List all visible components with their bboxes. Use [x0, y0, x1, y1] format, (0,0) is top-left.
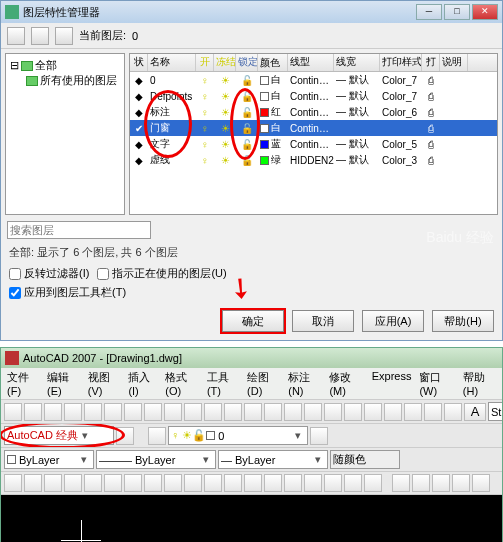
layer-row[interactable]: ◆0♀☀🔓白Contin…— 默认Color_7⎙ [130, 72, 497, 88]
dc-icon[interactable] [344, 403, 362, 421]
revcloud-icon[interactable] [144, 474, 162, 492]
linetype-combo[interactable]: ———ByLayer▾ [96, 450, 216, 469]
col-freeze[interactable]: 冻结 [214, 54, 236, 71]
cut-icon[interactable] [124, 403, 142, 421]
menu-item[interactable]: 格式(O) [165, 370, 199, 397]
col-name[interactable]: 名称 [148, 54, 196, 71]
maximize-button[interactable]: □ [444, 4, 470, 20]
menu-item[interactable]: 插入(I) [128, 370, 157, 397]
publish-icon[interactable] [104, 403, 122, 421]
col-plotstyle[interactable]: 打印样式 [380, 54, 422, 71]
menu-item[interactable]: 工具(T) [207, 370, 239, 397]
spline-icon[interactable] [164, 474, 182, 492]
hatch-icon[interactable] [284, 474, 302, 492]
region-icon[interactable] [324, 474, 342, 492]
workspace-combo[interactable]: AutoCAD 经典▾ [4, 426, 114, 445]
match-icon[interactable] [184, 403, 202, 421]
ellipse-icon[interactable] [184, 474, 202, 492]
layer-row[interactable]: ◆虚线♀☀🔓绿HIDDEN2— 默认Color_3⎙ [130, 152, 497, 168]
new-icon[interactable] [4, 403, 22, 421]
circle-icon[interactable] [124, 474, 142, 492]
invert-filter-checkbox[interactable]: 反转过滤器(I) [9, 266, 89, 281]
id-icon[interactable] [472, 474, 490, 492]
zoom-window-icon[interactable] [284, 403, 302, 421]
menu-item[interactable]: 编辑(E) [47, 370, 80, 397]
workspace-settings-icon[interactable] [116, 427, 134, 445]
col-color[interactable]: 颜色 [258, 54, 288, 71]
menu-item[interactable]: 绘图(D) [247, 370, 280, 397]
style-combo[interactable]: Standar [488, 402, 502, 421]
rectangle-icon[interactable] [84, 474, 102, 492]
drawing-viewport[interactable]: Baidu 经验 [1, 495, 502, 542]
pan-icon[interactable] [244, 403, 262, 421]
layer-row[interactable]: ◆标注♀☀🔓红Contin…— 默认Color_6⎙ [130, 104, 497, 120]
gradient-icon[interactable] [304, 474, 322, 492]
area-icon[interactable] [412, 474, 430, 492]
menu-item[interactable]: Express [372, 370, 412, 397]
plotstyle-combo[interactable]: 随颜色 [330, 450, 400, 469]
layer-prev-icon[interactable] [310, 427, 328, 445]
save-icon[interactable] [44, 403, 62, 421]
col-linetype[interactable]: 线型 [288, 54, 334, 71]
table-icon[interactable] [344, 474, 362, 492]
layer-grid[interactable]: 状 名称 开 冻结 锁定 颜色 线型 线宽 打印样式 打 说明 ◆0♀☀🔓白Co… [129, 53, 498, 215]
zoom-prev-icon[interactable] [304, 403, 322, 421]
region-mass-icon[interactable] [432, 474, 450, 492]
pline-icon[interactable] [44, 474, 62, 492]
menu-item[interactable]: 视图(V) [88, 370, 121, 397]
col-desc[interactable]: 说明 [440, 54, 468, 71]
block-icon[interactable] [244, 474, 262, 492]
paste-icon[interactable] [164, 403, 182, 421]
list-icon[interactable] [452, 474, 470, 492]
layer-row[interactable]: ◆Defpoints♀☀🔓白Contin…— 默认Color_7⎙ [130, 88, 497, 104]
textstyle-icon[interactable]: A [464, 403, 486, 421]
arc-icon[interactable] [104, 474, 122, 492]
layer-row[interactable]: ✔门窗♀☀🔓白Contin…⎙ [130, 120, 497, 136]
ok-button[interactable]: 确定 [222, 310, 284, 332]
menu-item[interactable]: 标注(N) [288, 370, 321, 397]
dist-icon[interactable] [392, 474, 410, 492]
tree-root[interactable]: ⊟ 全部 [10, 58, 120, 73]
markup-icon[interactable] [404, 403, 422, 421]
open-icon[interactable] [24, 403, 42, 421]
indicate-in-use-checkbox[interactable]: 指示正在使用的图层(U) [97, 266, 226, 281]
states-button[interactable] [55, 27, 73, 45]
menu-bar[interactable]: 文件(F)编辑(E)视图(V)插入(I)格式(O)工具(T)绘图(D)标注(N)… [1, 368, 502, 400]
help-icon[interactable] [444, 403, 462, 421]
titlebar[interactable]: 图层特性管理器 ─ □ ✕ [1, 1, 502, 23]
lineweight-combo[interactable]: —ByLayer▾ [218, 450, 328, 469]
xline-icon[interactable] [24, 474, 42, 492]
col-lock[interactable]: 锁定 [236, 54, 258, 71]
color-combo[interactable]: ByLayer▾ [4, 450, 94, 469]
layer-row[interactable]: ◆文字♀☀🔓蓝Contin…— 默认Color_5⎙ [130, 136, 497, 152]
col-status[interactable]: 状 [130, 54, 148, 71]
col-lineweight[interactable]: 线宽 [334, 54, 380, 71]
insert-icon[interactable] [224, 474, 242, 492]
zoom-icon[interactable] [264, 403, 282, 421]
tool-palette-icon[interactable] [364, 403, 382, 421]
menu-item[interactable]: 窗口(W) [419, 370, 454, 397]
col-on[interactable]: 开 [196, 54, 214, 71]
apply-button[interactable]: 应用(A) [362, 310, 424, 332]
filter-tree[interactable]: ⊟ 全部 所有使用的图层 [5, 53, 125, 215]
mtext-icon[interactable] [364, 474, 382, 492]
col-plot[interactable]: 打 [422, 54, 440, 71]
redo-icon[interactable] [224, 403, 242, 421]
help-button[interactable]: 帮助(H) [432, 310, 494, 332]
close-button[interactable]: ✕ [472, 4, 498, 20]
calc-icon[interactable] [424, 403, 442, 421]
menu-item[interactable]: 修改(M) [329, 370, 363, 397]
properties-icon[interactable] [324, 403, 342, 421]
apply-toolbar-checkbox[interactable]: 应用到图层工具栏(T) [9, 285, 126, 300]
preview-icon[interactable] [84, 403, 102, 421]
polygon-icon[interactable] [64, 474, 82, 492]
print-icon[interactable] [64, 403, 82, 421]
search-layer-input[interactable] [7, 221, 151, 239]
menu-item[interactable]: 帮助(H) [463, 370, 496, 397]
cancel-button[interactable]: 取消 [292, 310, 354, 332]
new-filter-button[interactable] [7, 27, 25, 45]
line-icon[interactable] [4, 474, 22, 492]
sheet-icon[interactable] [384, 403, 402, 421]
undo-icon[interactable] [204, 403, 222, 421]
point-icon[interactable] [264, 474, 282, 492]
